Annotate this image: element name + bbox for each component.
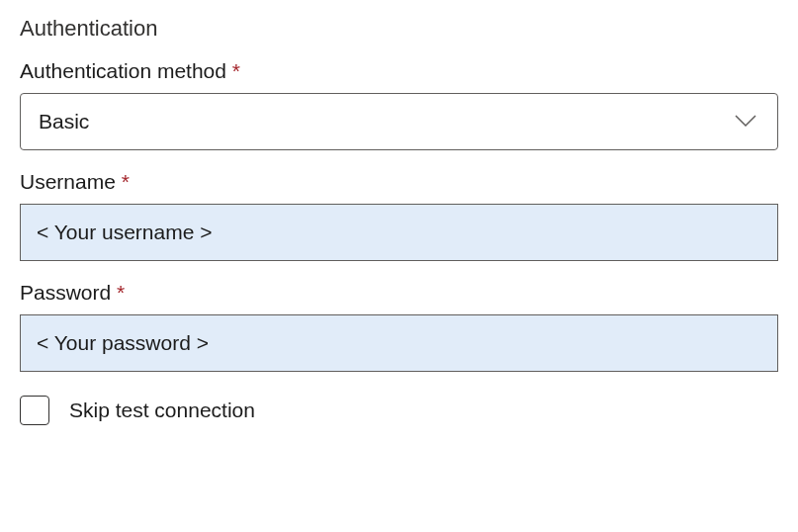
password-label-text: Password — [20, 281, 111, 304]
skip-test-checkbox[interactable] — [20, 396, 49, 425]
auth-method-field: Authentication method * Basic — [20, 59, 778, 150]
username-input[interactable] — [20, 204, 778, 261]
auth-method-value: Basic — [39, 110, 732, 133]
password-label: Password * — [20, 281, 778, 305]
skip-test-label: Skip test connection — [69, 399, 255, 422]
auth-method-label: Authentication method * — [20, 59, 778, 83]
username-field: Username * — [20, 170, 778, 261]
auth-method-select[interactable]: Basic — [20, 93, 778, 150]
skip-test-row: Skip test connection — [20, 396, 778, 425]
auth-method-label-text: Authentication method — [20, 59, 226, 82]
password-field: Password * — [20, 281, 778, 372]
username-label: Username * — [20, 170, 778, 194]
required-asterisk: * — [232, 59, 240, 82]
required-asterisk: * — [122, 170, 130, 193]
chevron-down-icon — [732, 108, 759, 135]
username-label-text: Username — [20, 170, 116, 193]
required-asterisk: * — [117, 281, 125, 304]
password-input[interactable] — [20, 314, 778, 372]
section-title: Authentication — [20, 16, 778, 42]
